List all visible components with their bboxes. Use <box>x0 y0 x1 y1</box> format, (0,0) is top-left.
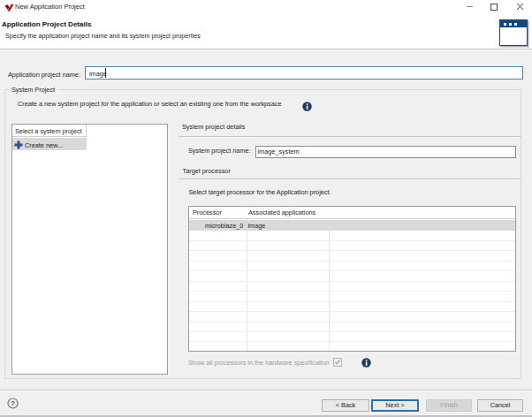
svg-text:?: ? <box>11 399 15 407</box>
